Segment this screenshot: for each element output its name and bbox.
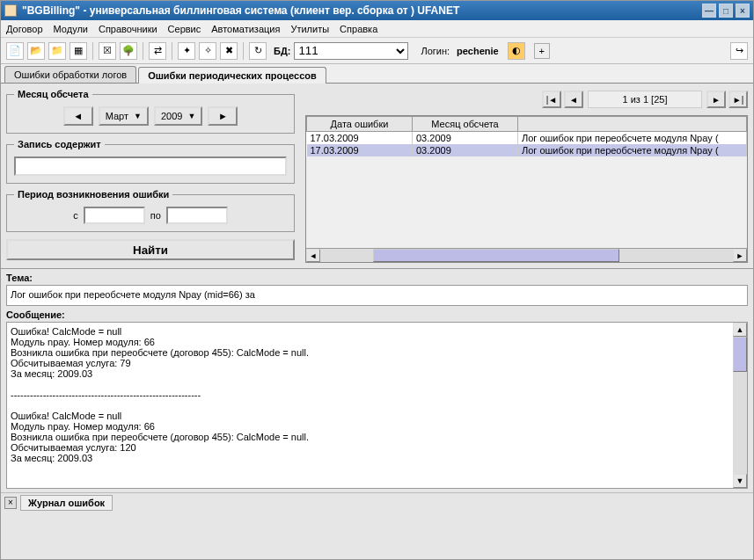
tab-log-errors[interactable]: Ошибки обработки логов (4, 66, 136, 83)
separator (172, 42, 172, 60)
filter-panel: Месяц обсчета ◄ Март 2009 ► Запись содер… (1, 84, 300, 268)
next-month-button[interactable]: ► (208, 106, 238, 126)
period-legend: Период возникновения ошибки (14, 189, 172, 200)
menu-directories[interactable]: Справочники (99, 24, 157, 34)
menu-help[interactable]: Справка (340, 24, 377, 34)
col-date[interactable]: Дата ошибки (307, 117, 413, 132)
topic-value: Лог ошибок при переобсчете модуля Npay (… (6, 285, 748, 306)
table-header-row: Дата ошибки Месяц обсчета (307, 117, 747, 132)
detail-panel: Тема: Лог ошибок при переобсчете модуля … (1, 268, 753, 492)
scroll-thumb[interactable] (733, 337, 747, 372)
scroll-thumb[interactable] (373, 249, 619, 262)
menu-service[interactable]: Сервис (168, 24, 201, 34)
scroll-up-icon[interactable]: ▲ (733, 323, 747, 337)
page-last-button[interactable]: ►| (728, 91, 748, 108)
col-month[interactable]: Месяц обсчета (413, 117, 518, 132)
separator (243, 42, 244, 60)
from-label: с (73, 210, 78, 221)
horizontal-scrollbar[interactable]: ◄ ► (306, 248, 747, 262)
menu-contract[interactable]: Договор (6, 24, 43, 34)
maximize-button[interactable]: □ (719, 4, 733, 18)
titlebar: "BGBilling" - универсальная биллинговая … (1, 1, 753, 20)
window-title: "BGBilling" - универсальная биллинговая … (22, 4, 699, 17)
contains-fieldset: Запись содержит (6, 139, 295, 184)
page-next-button[interactable]: ► (706, 91, 726, 108)
tab-periodic-errors[interactable]: Ошибки периодических процессов (138, 67, 326, 84)
tree-icon[interactable]: 🌳 (120, 42, 137, 60)
period-fieldset: Период возникновения ошибки с по (6, 189, 295, 232)
month-select[interactable]: Март (99, 106, 149, 126)
login-label: Логин: (421, 46, 450, 56)
contains-input[interactable] (14, 156, 287, 176)
menu-automation[interactable]: Автоматизация (211, 24, 280, 34)
from-input[interactable] (84, 207, 145, 224)
menu-modules[interactable]: Модули (54, 24, 88, 34)
scroll-left-icon[interactable]: ◄ (306, 249, 320, 262)
app-icon (4, 4, 17, 17)
table-row[interactable]: 17.03.200903.2009Лог ошибок при переобсч… (307, 144, 747, 156)
menubar: Договор Модули Справочники Сервис Автома… (1, 20, 753, 38)
login-value: pechenie (457, 46, 499, 56)
toolbar: 📄 📂 📁 ▦ ☒ 🌳 ⇄ ✦ ✧ ✖ ↻ БД: 111 Логин: pec… (1, 38, 753, 64)
open2-icon[interactable]: 📁 (48, 42, 66, 60)
page-indicator: 1 из 1 [25] (588, 91, 702, 108)
to-label: по (150, 210, 161, 221)
minimize-button[interactable]: — (702, 4, 716, 18)
page-prev-button[interactable]: ◄ (564, 91, 583, 108)
table-icon[interactable]: ▦ (70, 42, 87, 60)
table-row[interactable]: 17.03.200903.2009Лог ошибок при переобсч… (307, 132, 747, 145)
find-button[interactable]: Найти (6, 239, 295, 260)
refresh-icon[interactable]: ↻ (249, 42, 267, 60)
tool1-icon[interactable]: ✦ (178, 42, 195, 60)
tabs: Ошибки обработки логов Ошибки периодичес… (1, 64, 753, 84)
exit-icon[interactable]: ↪ (730, 42, 748, 60)
separator (92, 42, 93, 60)
to-input[interactable] (166, 207, 228, 224)
statusbar: × Журнал ошибок (1, 492, 753, 512)
page-first-button[interactable]: |◄ (542, 91, 561, 108)
delete-icon[interactable]: ☒ (99, 42, 116, 60)
topic-label: Тема: (6, 273, 748, 283)
pager: |◄ ◄ 1 из 1 [25] ► ►| (305, 89, 748, 110)
vertical-scrollbar[interactable]: ▲ ▼ (733, 323, 747, 488)
separator (143, 42, 143, 60)
tool2-icon[interactable]: ✧ (199, 42, 216, 60)
month-legend: Месяц обсчета (14, 89, 92, 99)
year-select[interactable]: 2009 (154, 106, 202, 126)
message-label: Сообщение: (6, 309, 748, 320)
add-button[interactable]: + (534, 43, 550, 59)
status-tab[interactable]: Журнал ошибок (20, 495, 113, 511)
status-close-button[interactable]: × (4, 497, 17, 509)
close-button[interactable]: × (736, 4, 750, 18)
menu-utilities[interactable]: Утилиты (290, 24, 329, 34)
scroll-right-icon[interactable]: ► (733, 249, 747, 262)
new-icon[interactable]: 📄 (6, 42, 24, 60)
col-subject[interactable] (518, 117, 747, 132)
db-select[interactable]: 111 (294, 42, 408, 60)
tool3-icon[interactable]: ✖ (220, 42, 238, 60)
prev-month-button[interactable]: ◄ (63, 106, 93, 126)
message-text[interactable]: Ошибка! CalcMode = null Модуль npay. Ном… (7, 323, 733, 488)
results-panel: |◄ ◄ 1 из 1 [25] ► ►| Дата ошибки Месяц … (300, 84, 753, 268)
link-icon[interactable]: ⇄ (149, 42, 166, 60)
month-fieldset: Месяц обсчета ◄ Март 2009 ► (6, 89, 295, 134)
contains-legend: Запись содержит (14, 139, 105, 149)
db-label: БД: (274, 46, 290, 56)
scroll-down-icon[interactable]: ▼ (733, 474, 747, 488)
user-icon[interactable]: ◐ (508, 42, 525, 60)
results-table: Дата ошибки Месяц обсчета 17.03.200903.2… (305, 115, 748, 263)
open-icon[interactable]: 📂 (27, 42, 45, 60)
